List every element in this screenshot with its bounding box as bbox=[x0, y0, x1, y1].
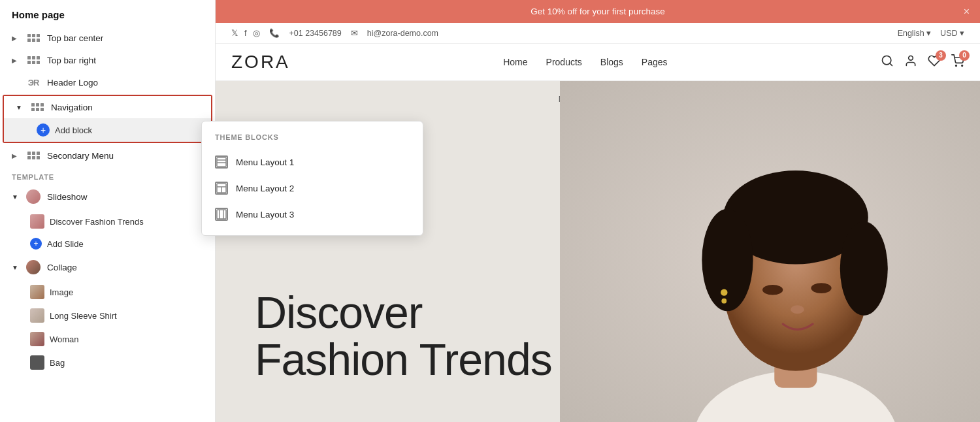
layout-2-icon bbox=[215, 182, 228, 195]
sidebar-item-header-logo[interactable]: ▶ ЭR Header Logo bbox=[0, 71, 215, 93]
sidebar-item-label: Navigation bbox=[51, 103, 93, 112]
sidebar-item-discover[interactable]: Discover Fashion Trends bbox=[0, 210, 215, 233]
template-label: TEMPLATE bbox=[0, 167, 215, 184]
top-bar: 𝕏 f ◎ 📞 +01 23456789 ✉ hi@zora-demo.com … bbox=[216, 23, 980, 44]
collage-thumb-icon bbox=[26, 260, 41, 274]
svg-point-10 bbox=[702, 209, 753, 312]
popup-menu-layout-2[interactable]: Menu Layout 2 bbox=[202, 175, 423, 201]
expand-icon: ▶ bbox=[12, 57, 20, 64]
sidebar-item-label: Collage bbox=[47, 263, 77, 272]
wishlist-button[interactable]: 3 bbox=[928, 54, 941, 71]
add-block-button[interactable]: + Add block bbox=[4, 118, 211, 142]
cart-badge: 0 bbox=[959, 50, 970, 61]
hero-portrait-svg bbox=[560, 81, 981, 422]
svg-point-3 bbox=[956, 65, 957, 66]
language-label: English bbox=[898, 29, 924, 38]
sidebar-item-top-bar-right[interactable]: ▶ Top bar right bbox=[0, 49, 215, 71]
popup-item-label: Menu Layout 1 bbox=[236, 157, 294, 167]
currency-selector[interactable]: USD ▾ bbox=[940, 28, 964, 38]
svg-point-16 bbox=[721, 299, 727, 304]
sidebar-item-collage[interactable]: ▼ Collage bbox=[0, 254, 215, 280]
nav-blogs[interactable]: Blogs bbox=[600, 57, 623, 67]
sidebar-item-label: Top bar center bbox=[47, 33, 103, 43]
account-button[interactable] bbox=[904, 54, 917, 71]
sidebar-item-long-sleeve[interactable]: Long Sleeve Shirt bbox=[0, 304, 215, 327]
currency-chevron-icon: ▾ bbox=[960, 29, 964, 38]
sidebar-item-label: Bag bbox=[50, 358, 65, 368]
svg-point-13 bbox=[811, 283, 831, 293]
email-address: hi@zora-demo.com bbox=[367, 29, 438, 38]
sidebar-item-secondary-menu[interactable]: ▶ Secondary Menu bbox=[0, 144, 215, 167]
popup-menu-layout-3[interactable]: Menu Layout 3 bbox=[202, 201, 423, 227]
sidebar-item-label: Discover Fashion Trends bbox=[50, 217, 144, 227]
layout-3-icon bbox=[215, 208, 228, 221]
navigation-highlight: ▼ Navigation + Add block bbox=[3, 95, 212, 143]
plus-icon: + bbox=[37, 123, 50, 137]
store-nav: Home Products Blogs Pages bbox=[503, 57, 667, 67]
slideshow-thumb-icon bbox=[26, 189, 41, 204]
shirt-thumb-icon bbox=[30, 308, 44, 323]
sidebar-item-bag[interactable]: Bag bbox=[0, 351, 215, 374]
popup-item-label: Menu Layout 3 bbox=[236, 210, 294, 219]
sidebar-item-label: Image bbox=[50, 287, 73, 297]
nav-pages[interactable]: Pages bbox=[642, 57, 668, 67]
sidebar-item-woman[interactable]: Woman bbox=[0, 327, 215, 351]
sidebar-item-label: Slideshow bbox=[47, 192, 88, 202]
facebook-icon[interactable]: f bbox=[244, 29, 246, 38]
sidebar-item-label: Long Sleeve Shirt bbox=[50, 311, 117, 321]
add-slide-icon: + bbox=[30, 238, 42, 250]
instagram-icon[interactable]: ◎ bbox=[253, 28, 260, 38]
phone-icon: 📞 bbox=[269, 28, 280, 38]
expand-icon: ▼ bbox=[16, 104, 24, 111]
sidebar-item-navigation[interactable]: ▼ Navigation bbox=[4, 96, 211, 118]
discover-thumb-icon bbox=[30, 214, 44, 229]
grid-icon bbox=[26, 150, 41, 161]
announcement-bar: Get 10% off for your first purchase × bbox=[216, 0, 980, 23]
popup-menu-layout-1[interactable]: Menu Layout 1 bbox=[202, 149, 423, 175]
popup-section-label: THEME BLOCKS bbox=[202, 133, 423, 149]
language-chevron-icon: ▾ bbox=[926, 29, 931, 38]
sidebar-item-label: Header Logo bbox=[47, 78, 98, 88]
sidebar-item-label: Secondary Menu bbox=[47, 151, 114, 161]
cart-button[interactable]: 0 bbox=[951, 54, 964, 71]
expand-icon: ▼ bbox=[12, 193, 20, 201]
hero-headline-line1: Discover bbox=[255, 289, 552, 336]
bag-thumb-icon bbox=[30, 355, 44, 370]
sidebar-item-label: Add Slide bbox=[47, 239, 84, 249]
store-logo: ZORA bbox=[231, 52, 290, 73]
svg-point-2 bbox=[909, 56, 913, 60]
twitter-icon[interactable]: 𝕏 bbox=[231, 28, 238, 38]
sidebar-item-add-slide[interactable]: + Add Slide bbox=[0, 233, 215, 254]
expand-icon: ▼ bbox=[12, 264, 20, 271]
layout-1-icon bbox=[215, 155, 228, 169]
svg-rect-17 bbox=[217, 157, 226, 167]
svg-rect-23 bbox=[217, 210, 226, 219]
announcement-text: Get 10% off for your first purchase bbox=[531, 7, 664, 16]
woman-thumb-icon bbox=[30, 332, 44, 346]
hero-headline-line2: Fashion Trends bbox=[255, 336, 552, 383]
sidebar-item-slideshow[interactable]: ▼ Slideshow bbox=[0, 184, 215, 210]
top-bar-right: English ▾ USD ▾ bbox=[898, 28, 964, 38]
popup-item-label: Menu Layout 2 bbox=[236, 184, 294, 193]
svg-point-15 bbox=[721, 289, 727, 295]
search-button[interactable] bbox=[881, 54, 894, 71]
header-icons: 3 0 bbox=[881, 54, 964, 71]
svg-point-14 bbox=[791, 305, 804, 314]
svg-line-1 bbox=[890, 63, 892, 65]
svg-point-11 bbox=[840, 221, 887, 316]
social-icons: 𝕏 f ◎ bbox=[231, 28, 260, 38]
nav-products[interactable]: Products bbox=[546, 57, 582, 67]
store-header: ZORA Home Products Blogs Pages bbox=[216, 44, 980, 81]
language-selector[interactable]: English ▾ bbox=[898, 28, 931, 38]
wishlist-badge: 3 bbox=[936, 50, 946, 61]
sidebar-item-label: Woman bbox=[50, 334, 79, 344]
svg-point-12 bbox=[762, 285, 783, 295]
sidebar-item-top-bar-center[interactable]: ▶ Top bar center bbox=[0, 27, 215, 49]
announcement-close-button[interactable]: × bbox=[964, 6, 970, 18]
nav-home[interactable]: Home bbox=[503, 57, 527, 67]
logo-icon: ЭR bbox=[26, 77, 41, 88]
hero-headline: Discover Fashion Trends bbox=[255, 289, 552, 383]
grid-icon bbox=[26, 55, 41, 65]
sidebar-item-image[interactable]: Image bbox=[0, 280, 215, 304]
grid-icon bbox=[30, 102, 44, 112]
